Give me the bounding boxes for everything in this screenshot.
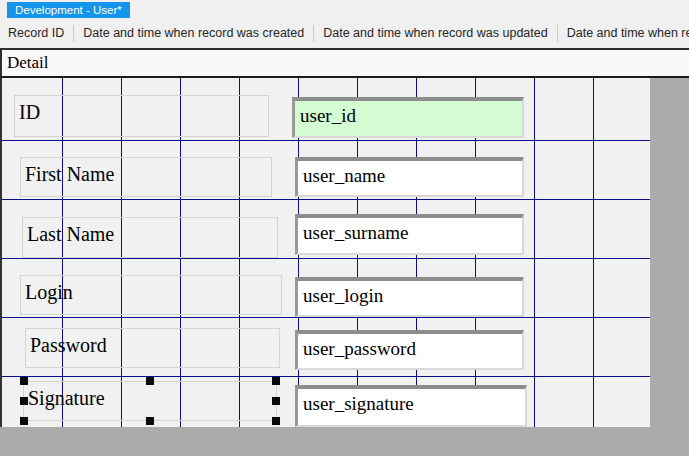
band-header-detail[interactable]: Detail xyxy=(0,48,689,78)
field-toolbar: Record ID Date and time when record was … xyxy=(0,18,689,48)
selection-handle[interactable] xyxy=(20,397,28,405)
label-first-name[interactable]: First Name xyxy=(20,157,272,197)
toolbar-item-record-updated[interactable]: Date and time when record was updated xyxy=(323,26,547,40)
selection-handle[interactable] xyxy=(146,417,154,425)
field-user-login[interactable]: user_login xyxy=(295,277,524,317)
label-login[interactable]: Login xyxy=(20,275,282,315)
field-user-name[interactable]: user_name xyxy=(295,157,524,197)
field-user-id[interactable]: user_id xyxy=(292,97,524,138)
toolbar-separator xyxy=(313,25,314,42)
tab-bar: Development - User* xyxy=(0,0,689,18)
label-id[interactable]: ID xyxy=(14,95,269,137)
toolbar-separator xyxy=(557,25,558,42)
selection-handle[interactable] xyxy=(146,377,154,385)
field-user-password[interactable]: user_password xyxy=(295,330,524,370)
label-last-name[interactable]: Last Name xyxy=(22,217,278,258)
selection-handle[interactable] xyxy=(20,377,28,385)
selection-handle[interactable] xyxy=(272,397,280,405)
selection-handle[interactable] xyxy=(20,417,28,425)
field-user-surname[interactable]: user_surname xyxy=(295,214,524,255)
toolbar-item-record-created[interactable]: Date and time when record was created xyxy=(83,26,304,40)
design-surface-grid[interactable]: ID user_id First Name user_name Last Nam… xyxy=(0,78,650,427)
toolbar-separator xyxy=(73,25,74,42)
selection-handle[interactable] xyxy=(272,377,280,385)
designer-workspace: ID user_id First Name user_name Last Nam… xyxy=(0,78,689,456)
field-user-signature[interactable]: user_signature xyxy=(295,385,527,427)
tab-development-user[interactable]: Development - User* xyxy=(7,2,130,18)
form-designer-window: Development - User* Record ID Date and t… xyxy=(0,0,689,456)
label-signature-selected[interactable]: Signature xyxy=(23,381,277,421)
label-password[interactable]: Password xyxy=(25,328,280,368)
toolbar-item-record-id[interactable]: Record ID xyxy=(8,26,64,40)
toolbar-item-record-clipped[interactable]: Date and time when record w xyxy=(567,26,689,40)
selection-handle[interactable] xyxy=(272,417,280,425)
label-signature-text: Signature xyxy=(28,387,105,409)
